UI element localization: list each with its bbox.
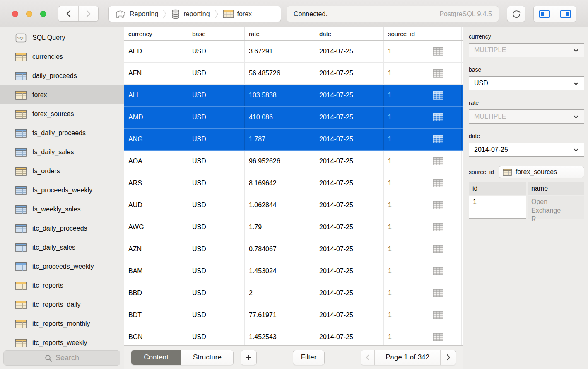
- cell-date[interactable]: 2014-07-25: [315, 304, 384, 326]
- sidebar-item-fs-orders[interactable]: fs_orders: [0, 162, 124, 181]
- cell-date[interactable]: 2014-07-25: [315, 172, 384, 194]
- tab-structure[interactable]: Structure: [181, 350, 233, 365]
- cell-date[interactable]: 2014-07-25: [315, 85, 384, 106]
- forward-button[interactable]: [78, 6, 98, 21]
- cell-source-id[interactable]: 1: [384, 85, 449, 106]
- cell-base[interactable]: USD: [188, 282, 245, 304]
- sidebar-item-fs-daily-sales[interactable]: fs_daily_sales: [0, 143, 124, 162]
- toggle-right-panel-button[interactable]: [555, 6, 576, 22]
- field-date-dropdown[interactable]: 2014-07-25: [469, 143, 584, 157]
- cell-base[interactable]: USD: [188, 216, 245, 238]
- cell-rate[interactable]: 410.086: [245, 107, 315, 128]
- cell-base[interactable]: USD: [188, 238, 245, 260]
- sidebar-item-itc-reports-daily[interactable]: itc_reports_daily: [0, 295, 124, 314]
- table-row-aud[interactable]: AUDUSD1.0628442014-07-251: [124, 194, 463, 216]
- cell-currency[interactable]: BDT: [124, 304, 188, 326]
- tab-content[interactable]: Content: [131, 350, 181, 365]
- cell-source-id[interactable]: 1: [384, 151, 449, 172]
- zoom-window-button[interactable]: [40, 11, 46, 17]
- foreign-row-expand-button[interactable]: [433, 201, 443, 209]
- add-row-button[interactable]: +: [241, 350, 257, 365]
- cell-date[interactable]: 2014-07-25: [315, 326, 384, 345]
- cell-rate[interactable]: 8.169642: [245, 172, 315, 194]
- cell-source-id[interactable]: 1: [384, 304, 449, 326]
- foreign-row-expand-button[interactable]: [433, 157, 443, 165]
- sidebar-item-daily-proceeds[interactable]: daily_proceeds: [0, 66, 124, 85]
- foreign-row-expand-button[interactable]: [433, 113, 443, 121]
- sidebar-item-itc-reports[interactable]: itc_reports: [0, 276, 124, 295]
- sidebar-item-itc-daily-sales[interactable]: itc_daily_sales: [0, 238, 124, 257]
- foreign-row-expand-button[interactable]: [433, 245, 443, 253]
- cell-base[interactable]: USD: [188, 41, 245, 62]
- foreign-row-expand-button[interactable]: [433, 311, 443, 319]
- cell-currency[interactable]: BAM: [124, 260, 188, 282]
- sidebar-item-itc-daily-proceeds[interactable]: itc_daily_proceeds: [0, 219, 124, 238]
- cell-source-id[interactable]: 1: [384, 216, 449, 238]
- cell-rate[interactable]: 96.952626: [245, 151, 315, 172]
- cell-rate[interactable]: 56.485726: [245, 63, 315, 84]
- cell-date[interactable]: 2014-07-25: [315, 194, 384, 216]
- cell-base[interactable]: USD: [188, 151, 245, 172]
- cell-date[interactable]: 2014-07-25: [315, 151, 384, 172]
- table-row-amd[interactable]: AMDUSD410.0862014-07-251: [124, 107, 463, 129]
- cell-date[interactable]: 2014-07-25: [315, 216, 384, 238]
- foreign-row-expand-button[interactable]: [433, 47, 443, 56]
- table-row-aed[interactable]: AEDUSD3.672912014-07-251: [124, 41, 463, 63]
- back-button[interactable]: [58, 6, 78, 21]
- cell-rate[interactable]: 1.453024: [245, 260, 315, 282]
- next-page-button[interactable]: [440, 350, 456, 365]
- cell-source-id[interactable]: 1: [384, 41, 449, 62]
- cell-rate[interactable]: 1.787: [245, 129, 315, 150]
- breadcrumb-server[interactable]: Reporting: [111, 6, 162, 22]
- cell-currency[interactable]: ALL: [124, 85, 188, 106]
- cell-date[interactable]: 2014-07-25: [315, 238, 384, 260]
- table-row-aoa[interactable]: AOAUSD96.9526262014-07-251: [124, 151, 463, 172]
- cell-currency[interactable]: AZN: [124, 238, 188, 260]
- cell-rate[interactable]: 77.61971: [245, 304, 315, 326]
- table-row-azn[interactable]: AZNUSD0.7840672014-07-251: [124, 238, 463, 260]
- close-window-button[interactable]: [12, 11, 18, 17]
- cell-date[interactable]: 2014-07-25: [315, 260, 384, 282]
- table-row-ang[interactable]: ANGUSD1.7872014-07-251: [124, 129, 463, 151]
- cell-date[interactable]: 2014-07-25: [315, 129, 384, 150]
- breadcrumb-table[interactable]: forex: [219, 6, 256, 22]
- table-row-afn[interactable]: AFNUSD56.4857262014-07-251: [124, 63, 463, 85]
- cell-rate[interactable]: 0.784067: [245, 238, 315, 260]
- cell-source-id[interactable]: 1: [384, 63, 449, 84]
- cell-currency[interactable]: ANG: [124, 129, 188, 150]
- cell-currency[interactable]: BBD: [124, 282, 188, 304]
- sidebar-item-forex-sources[interactable]: forex_sources: [0, 104, 124, 124]
- cell-source-id[interactable]: 1: [384, 326, 449, 345]
- field-currency-dropdown[interactable]: MULTIPLE: [469, 43, 584, 57]
- foreign-row-expand-button[interactable]: [433, 135, 443, 143]
- foreign-row-expand-button[interactable]: [433, 223, 443, 231]
- filter-button[interactable]: Filter: [293, 350, 325, 365]
- foreign-row-expand-button[interactable]: [433, 267, 443, 275]
- cell-base[interactable]: USD: [188, 107, 245, 128]
- cell-date[interactable]: 2014-07-25: [315, 63, 384, 84]
- foreign-table-button[interactable]: forex_sources: [499, 166, 584, 178]
- cell-date[interactable]: 2014-07-25: [315, 107, 384, 128]
- field-base-dropdown[interactable]: USD: [469, 76, 584, 90]
- cell-rate[interactable]: 1.452543: [245, 326, 315, 345]
- cell-currency[interactable]: AWG: [124, 216, 188, 238]
- refresh-button[interactable]: [507, 6, 525, 22]
- foreign-row-expand-button[interactable]: [433, 333, 443, 341]
- cell-currency[interactable]: BGN: [124, 326, 188, 345]
- table-row-bam[interactable]: BAMUSD1.4530242014-07-251: [124, 260, 463, 282]
- column-header-date[interactable]: date: [315, 27, 384, 40]
- cell-base[interactable]: USD: [188, 260, 245, 282]
- cell-source-id[interactable]: 1: [384, 107, 449, 128]
- table-row-awg[interactable]: AWGUSD1.792014-07-251: [124, 216, 463, 238]
- table-row-bbd[interactable]: BBDUSD22014-07-251: [124, 282, 463, 304]
- sidebar-item-itc-reports-monthly[interactable]: itc_reports_monthly: [0, 314, 124, 333]
- cell-base[interactable]: USD: [188, 326, 245, 345]
- table-row-bgn[interactable]: BGNUSD1.4525432014-07-251: [124, 326, 463, 345]
- sidebar-item-sql-query[interactable]: SQLSQL Query: [0, 28, 124, 47]
- foreign-row-expand-button[interactable]: [433, 179, 443, 187]
- field-rate-dropdown[interactable]: MULTIPLE: [469, 109, 584, 124]
- sidebar-item-fs-proceeds-weekly[interactable]: fs_proceeds_weekly: [0, 181, 124, 200]
- cell-currency[interactable]: AED: [124, 41, 188, 62]
- cell-source-id[interactable]: 1: [384, 282, 449, 304]
- cell-rate[interactable]: 3.67291: [245, 41, 315, 62]
